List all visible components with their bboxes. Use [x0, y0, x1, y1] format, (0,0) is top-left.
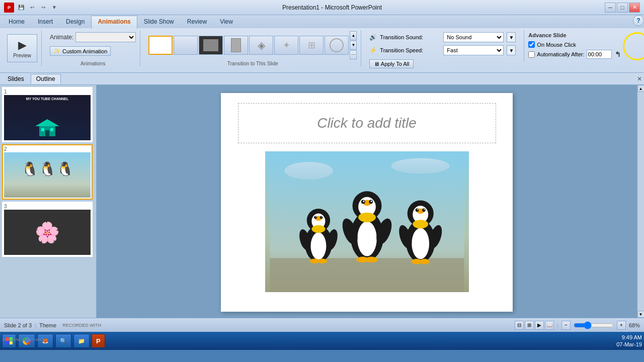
tab-outline[interactable]: Outline: [31, 74, 61, 84]
zoom-out-button[interactable]: −: [561, 321, 571, 330]
preview-button[interactable]: ▶ Preview: [7, 34, 37, 62]
normal-view-button[interactable]: ⊟: [515, 321, 524, 330]
house-roof: [35, 119, 59, 126]
preview-group-content: ▶ Preview: [7, 30, 37, 66]
slide-thumb-inner-3: 🌸: [4, 210, 91, 255]
svg-point-45: [419, 259, 429, 264]
transition-scroll-up[interactable]: ▲: [350, 31, 357, 40]
transition-thumb-5[interactable]: ✦: [274, 36, 298, 55]
auto-after-checkbox[interactable]: [528, 51, 535, 58]
slide2-penguins: 🐧🐧🐧: [4, 152, 91, 176]
tab-home[interactable]: Home: [2, 16, 31, 29]
scroll-up-button[interactable]: ▲: [637, 85, 645, 92]
transition-thumb-none[interactable]: [148, 36, 173, 55]
animations-group: Animate: ✨ Custom Animation Animations: [46, 30, 140, 66]
animate-row: Animate:: [50, 32, 136, 42]
svg-point-2: [391, 158, 449, 174]
taskbar-files[interactable]: 📁: [73, 334, 90, 348]
customize-quick-btn[interactable]: ▼: [49, 3, 59, 12]
transition-arrows: ▲ ▼ ⋯: [350, 31, 357, 59]
slide-title-placeholder[interactable]: Click to add title: [238, 103, 496, 143]
zoom-slider[interactable]: [574, 322, 614, 329]
start-button[interactable]: [2, 334, 16, 348]
slide-thumbnail-1[interactable]: 1 MY YOU TUBE CHANNEL: [2, 87, 93, 142]
tab-slides[interactable]: Slides: [2, 74, 30, 84]
taskbar-powerpoint[interactable]: P: [92, 334, 105, 348]
status-separator-2: |: [557, 322, 558, 328]
slide-thumb-inner-1: MY YOU TUBE CHANNEL: [4, 95, 91, 140]
custom-animation-button[interactable]: ✨ Custom Animation: [50, 46, 111, 56]
speed-select[interactable]: Fast Medium Slow: [443, 45, 504, 55]
svg-rect-3: [270, 258, 464, 292]
slide-thumbnail-3[interactable]: 3 🌸: [2, 202, 93, 257]
main-area: 1 MY YOU TUBE CHANNEL: [0, 85, 644, 318]
taskbar-time-display: 9:49 AM: [616, 334, 642, 341]
svg-point-22: [358, 213, 376, 222]
tab-slideshow[interactable]: Slide Show: [137, 16, 181, 29]
ribbon: Home Insert Design Animations Slide Show…: [0, 15, 644, 73]
taskbar-firefox[interactable]: 🦊: [37, 334, 53, 348]
transition-thumb-7[interactable]: [325, 36, 349, 55]
panel-close-button[interactable]: ✕: [637, 75, 642, 82]
transition-scroll-down[interactable]: ▼: [350, 41, 357, 50]
status-bar: Slide 2 of 3 | Theme RECORDED WITH ⊟ ⊞ ▶…: [0, 318, 644, 332]
house-graphic: [35, 119, 59, 136]
ribbon-help-btn[interactable]: ?: [633, 15, 644, 28]
slide-thumb-inner-2: 🐧🐧🐧: [4, 152, 91, 198]
sound-select[interactable]: No Sound: [443, 32, 504, 42]
auto-after-label: Automatically After:: [537, 51, 584, 57]
svg-point-12: [315, 216, 316, 217]
svg-point-17: [317, 258, 327, 263]
undo-quick-btn[interactable]: ↩: [27, 3, 37, 12]
transition-options-content: 🔊 Transition Sound: No Sound ▼ ⚡ Transit…: [369, 30, 516, 68]
close-button[interactable]: ✕: [629, 3, 640, 13]
slide-thumbnail-2[interactable]: 2 🐧🐧🐧: [2, 144, 93, 200]
taskbar-search[interactable]: 🔍: [55, 334, 71, 348]
search-icon: 🔍: [60, 338, 67, 344]
transition-thumb-1[interactable]: [174, 36, 198, 55]
transition-thumb-3[interactable]: [224, 36, 248, 55]
save-quick-btn[interactable]: 💾: [16, 3, 26, 12]
apply-all-button[interactable]: 🖥 Apply To All: [369, 59, 414, 68]
auto-after-time-input[interactable]: [587, 50, 612, 59]
transition-thumb-2[interactable]: [199, 36, 223, 55]
animate-select[interactable]: [75, 32, 136, 42]
tab-animations[interactable]: Animations: [91, 16, 137, 29]
slide-image-area[interactable]: [265, 151, 469, 292]
maximize-button[interactable]: □: [617, 3, 628, 13]
taskbar-chrome[interactable]: [18, 334, 35, 348]
redo-quick-btn[interactable]: ↪: [38, 3, 48, 12]
slide-panel: 1 MY YOU TUBE CHANNEL: [0, 85, 97, 318]
tab-insert[interactable]: Insert: [31, 16, 59, 29]
chrome-icon: [23, 337, 31, 345]
on-mouse-click-checkbox[interactable]: [528, 41, 535, 48]
zoom-in-button[interactable]: +: [617, 321, 626, 330]
reading-view-button[interactable]: 📖: [545, 321, 554, 330]
scroll-thumb: [638, 92, 644, 311]
mouse-click-row: On Mouse Click: [528, 41, 620, 48]
title-bar-left: P 💾 ↩ ↪ ▼: [4, 3, 59, 13]
transition-thumbs-content: ◈ ✦ ⊞ ▲ ▼ ⋯: [148, 30, 357, 60]
transition-thumb-6[interactable]: ⊞: [299, 36, 324, 55]
scroll-down-button[interactable]: ▼: [637, 311, 645, 318]
slide-show-button[interactable]: ▶: [535, 321, 544, 330]
slide-number-2: 2: [4, 146, 91, 152]
tab-view[interactable]: View: [213, 16, 239, 29]
sound-dropdown-btn[interactable]: ▼: [507, 32, 516, 42]
transition-options-group: 🔊 Transition Sound: No Sound ▼ ⚡ Transit…: [365, 30, 520, 68]
transition-thumb-4[interactable]: ◈: [249, 36, 273, 55]
house-window-left: [41, 128, 44, 131]
slide-info: Slide 2 of 3: [4, 322, 32, 328]
advance-slide-group: Advance Slide On Mouse Click Automatical…: [524, 30, 624, 62]
right-scrollbar[interactable]: ▲ ▼: [637, 85, 644, 318]
transition-more[interactable]: ⋯: [350, 50, 357, 59]
quick-access-toolbar: 💾 ↩ ↪ ▼: [16, 3, 59, 12]
slide-sorter-button[interactable]: ⊞: [525, 321, 534, 330]
svg-point-39: [422, 208, 426, 212]
status-right: ⊟ ⊞ ▶ 📖 | − + 68%: [515, 321, 640, 330]
speed-dropdown-btn[interactable]: ▼: [507, 45, 516, 55]
minimize-button[interactable]: ─: [605, 3, 616, 13]
tab-review[interactable]: Review: [181, 16, 213, 29]
slide-title-text: Click to add title: [317, 115, 417, 131]
tab-design[interactable]: Design: [59, 16, 91, 29]
